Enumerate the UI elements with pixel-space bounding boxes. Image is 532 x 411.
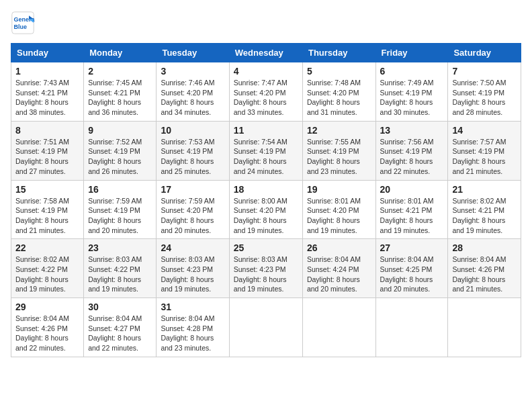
calendar-cell: 25Sunrise: 8:03 AMSunset: 4:23 PMDayligh… [229, 239, 302, 298]
calendar-cell: 2Sunrise: 7:45 AMSunset: 4:21 PMDaylight… [84, 62, 157, 122]
day-info: Sunrise: 8:02 AMSunset: 4:21 PMDaylight:… [452, 196, 517, 236]
logo: General Blue [11, 11, 39, 35]
day-number: 5 [307, 66, 371, 77]
calendar-cell: 7Sunrise: 7:50 AMSunset: 4:19 PMDaylight… [448, 62, 521, 122]
calendar-cell: 17Sunrise: 7:59 AMSunset: 4:20 PMDayligh… [157, 180, 229, 239]
day-info: Sunrise: 8:04 AMSunset: 4:28 PMDaylight:… [161, 314, 224, 353]
day-number: 19 [307, 184, 371, 195]
day-info: Sunrise: 8:04 AMSunset: 4:27 PMDaylight:… [88, 314, 152, 353]
day-header-sunday: Sunday [11, 44, 84, 62]
day-number: 3 [161, 66, 224, 77]
calendar-cell: 15Sunrise: 7:58 AMSunset: 4:19 PMDayligh… [11, 180, 84, 239]
day-number: 18 [234, 184, 298, 195]
day-header-thursday: Thursday [302, 44, 375, 62]
day-info: Sunrise: 7:52 AMSunset: 4:19 PMDaylight:… [88, 137, 152, 177]
calendar-cell: 3Sunrise: 7:46 AMSunset: 4:20 PMDaylight… [157, 62, 229, 122]
calendar-cell: 31Sunrise: 8:04 AMSunset: 4:28 PMDayligh… [157, 298, 229, 357]
day-number: 16 [88, 184, 152, 195]
day-info: Sunrise: 7:57 AMSunset: 4:19 PMDaylight:… [452, 137, 517, 177]
calendar-cell: 12Sunrise: 7:55 AMSunset: 4:19 PMDayligh… [302, 121, 375, 180]
day-info: Sunrise: 7:46 AMSunset: 4:20 PMDaylight:… [161, 78, 224, 118]
day-info: Sunrise: 7:43 AMSunset: 4:21 PMDaylight:… [15, 78, 79, 118]
day-number: 30 [88, 302, 152, 312]
calendar-week-5: 29Sunrise: 8:04 AMSunset: 4:26 PMDayligh… [11, 298, 521, 357]
day-number: 2 [88, 66, 152, 77]
day-info: Sunrise: 7:55 AMSunset: 4:19 PMDaylight:… [307, 137, 371, 177]
day-info: Sunrise: 7:45 AMSunset: 4:21 PMDaylight:… [88, 78, 152, 118]
calendar-week-3: 15Sunrise: 7:58 AMSunset: 4:19 PMDayligh… [11, 180, 521, 239]
calendar-cell [448, 298, 521, 357]
calendar-cell: 4Sunrise: 7:47 AMSunset: 4:20 PMDaylight… [229, 62, 302, 122]
calendar-header-row: SundayMondayTuesdayWednesdayThursdayFrid… [11, 44, 521, 62]
day-number: 4 [234, 66, 298, 77]
calendar-table: SundayMondayTuesdayWednesdayThursdayFrid… [11, 43, 521, 357]
calendar-cell [302, 298, 375, 357]
calendar-cell: 11Sunrise: 7:54 AMSunset: 4:19 PMDayligh… [229, 121, 302, 180]
calendar-cell: 16Sunrise: 7:59 AMSunset: 4:19 PMDayligh… [84, 180, 157, 239]
day-number: 26 [307, 242, 371, 253]
day-info: Sunrise: 8:02 AMSunset: 4:22 PMDaylight:… [15, 255, 79, 294]
day-info: Sunrise: 7:53 AMSunset: 4:19 PMDaylight:… [161, 137, 224, 177]
day-info: Sunrise: 8:01 AMSunset: 4:21 PMDaylight:… [380, 196, 444, 236]
calendar-week-2: 8Sunrise: 7:51 AMSunset: 4:19 PMDaylight… [11, 121, 521, 180]
day-info: Sunrise: 8:04 AMSunset: 4:24 PMDaylight:… [307, 255, 371, 294]
calendar-cell: 19Sunrise: 8:01 AMSunset: 4:20 PMDayligh… [302, 180, 375, 239]
day-header-tuesday: Tuesday [157, 44, 229, 62]
day-number: 12 [307, 125, 371, 136]
day-number: 23 [88, 242, 152, 253]
calendar-cell [229, 298, 302, 357]
svg-text:Blue: Blue [14, 24, 28, 30]
day-number: 25 [234, 242, 298, 253]
day-number: 9 [88, 125, 152, 136]
day-info: Sunrise: 7:58 AMSunset: 4:19 PMDaylight:… [15, 196, 79, 236]
day-info: Sunrise: 8:04 AMSunset: 4:26 PMDaylight:… [15, 314, 79, 353]
calendar-cell: 26Sunrise: 8:04 AMSunset: 4:24 PMDayligh… [302, 239, 375, 298]
calendar-cell: 21Sunrise: 8:02 AMSunset: 4:21 PMDayligh… [448, 180, 521, 239]
day-info: Sunrise: 7:49 AMSunset: 4:19 PMDaylight:… [380, 78, 444, 118]
day-header-saturday: Saturday [448, 44, 521, 62]
day-number: 7 [452, 66, 517, 77]
day-number: 28 [452, 242, 517, 253]
day-number: 22 [15, 242, 79, 253]
day-number: 10 [161, 125, 224, 136]
day-info: Sunrise: 8:01 AMSunset: 4:20 PMDaylight:… [307, 196, 371, 236]
day-info: Sunrise: 8:04 AMSunset: 4:25 PMDaylight:… [380, 255, 444, 294]
calendar-cell: 23Sunrise: 8:03 AMSunset: 4:22 PMDayligh… [84, 239, 157, 298]
day-header-friday: Friday [375, 44, 448, 62]
day-number: 11 [234, 125, 298, 136]
calendar-cell: 10Sunrise: 7:53 AMSunset: 4:19 PMDayligh… [157, 121, 229, 180]
day-number: 13 [380, 125, 444, 136]
calendar-cell: 30Sunrise: 8:04 AMSunset: 4:27 PMDayligh… [84, 298, 157, 357]
calendar-cell: 27Sunrise: 8:04 AMSunset: 4:25 PMDayligh… [375, 239, 448, 298]
page-header: General Blue [11, 11, 521, 35]
day-info: Sunrise: 7:50 AMSunset: 4:19 PMDaylight:… [452, 78, 517, 118]
calendar-cell: 14Sunrise: 7:57 AMSunset: 4:19 PMDayligh… [448, 121, 521, 180]
day-number: 27 [380, 242, 444, 253]
day-info: Sunrise: 8:04 AMSunset: 4:26 PMDaylight:… [452, 255, 517, 294]
calendar-cell: 20Sunrise: 8:01 AMSunset: 4:21 PMDayligh… [375, 180, 448, 239]
day-header-monday: Monday [84, 44, 157, 62]
day-number: 14 [452, 125, 517, 136]
day-number: 29 [15, 302, 79, 312]
calendar-cell: 6Sunrise: 7:49 AMSunset: 4:19 PMDaylight… [375, 62, 448, 122]
day-info: Sunrise: 7:56 AMSunset: 4:19 PMDaylight:… [380, 137, 444, 177]
day-number: 24 [161, 242, 224, 253]
day-info: Sunrise: 7:59 AMSunset: 4:19 PMDaylight:… [88, 196, 152, 236]
calendar-cell: 13Sunrise: 7:56 AMSunset: 4:19 PMDayligh… [375, 121, 448, 180]
calendar-cell: 18Sunrise: 8:00 AMSunset: 4:20 PMDayligh… [229, 180, 302, 239]
day-number: 21 [452, 184, 517, 195]
day-info: Sunrise: 8:03 AMSunset: 4:22 PMDaylight:… [88, 255, 152, 294]
day-number: 20 [380, 184, 444, 195]
day-info: Sunrise: 7:47 AMSunset: 4:20 PMDaylight:… [234, 78, 298, 118]
day-info: Sunrise: 8:00 AMSunset: 4:20 PMDaylight:… [234, 196, 298, 236]
calendar-week-1: 1Sunrise: 7:43 AMSunset: 4:21 PMDaylight… [11, 62, 521, 122]
calendar-cell: 8Sunrise: 7:51 AMSunset: 4:19 PMDaylight… [11, 121, 84, 180]
calendar-cell: 28Sunrise: 8:04 AMSunset: 4:26 PMDayligh… [448, 239, 521, 298]
day-number: 6 [380, 66, 444, 77]
day-info: Sunrise: 7:48 AMSunset: 4:20 PMDaylight:… [307, 78, 371, 118]
day-info: Sunrise: 8:03 AMSunset: 4:23 PMDaylight:… [234, 255, 298, 294]
calendar-cell: 24Sunrise: 8:03 AMSunset: 4:23 PMDayligh… [157, 239, 229, 298]
logo-icon: General Blue [11, 11, 35, 35]
day-number: 31 [161, 302, 224, 312]
calendar-cell: 29Sunrise: 8:04 AMSunset: 4:26 PMDayligh… [11, 298, 84, 357]
